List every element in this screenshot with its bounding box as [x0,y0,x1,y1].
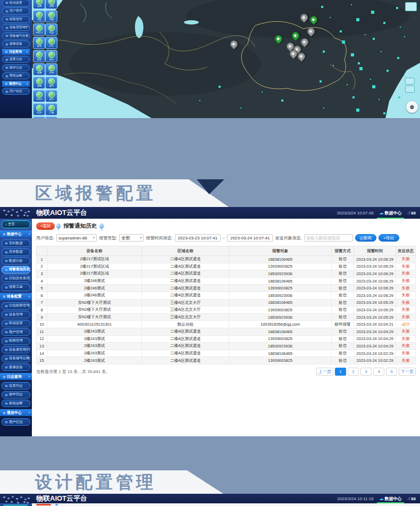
sidebar-item[interactable]: 操作日志 [2,64,30,71]
map-pin-icon[interactable] [306,26,316,37]
cell-alarm-time: 2023-03-24 10:06:29 [354,277,396,285]
column-header: 发送状态 [396,246,415,256]
map-pin-icon[interactable] [273,34,284,44]
map-pin-icon[interactable] [290,30,301,41]
sensor-tile[interactable]: 水浸 [45,63,57,76]
user-filter-select[interactable]: superadmin-88 [56,234,97,242]
sensor-tile[interactable]: 氧气 [45,90,57,102]
sensor-tile[interactable]: 湿度 [45,0,57,9]
sidebar-item[interactable]: 用户信息 [2,88,30,95]
separator-band-2 [0,436,420,470]
sidebar-item[interactable]: 摄像设备 [2,40,30,47]
sidebar-item[interactable]: 报警通知历史 [2,266,30,273]
sensor-tile[interactable]: 红外 [33,103,45,115]
sidebar-item[interactable]: 设置日志 [2,56,30,63]
sensor-tile[interactable]: CO2 [45,37,57,49]
sensor-icon [36,12,43,18]
record-count-text: 当前显示第 1 至 15 条，共 35,891 条。 [36,369,110,375]
sensor-tile[interactable]: 风向 [45,50,57,62]
sidebar-item[interactable]: 设备编号台账 [2,355,30,362]
sensor-tile[interactable]: 气压 [45,23,57,36]
sidebar-item[interactable]: 用户信息 [2,418,30,426]
sidebar-item[interactable]: 离线诊断 [2,400,30,407]
map-zoom-in-control[interactable] [405,78,415,85]
sidebar-item[interactable]: 控制历史查询 [2,275,30,282]
time-from-input[interactable]: 2023-03-23 10:07:41 [175,234,221,242]
sidebar-item[interactable]: 设备编号台账 [2,32,30,39]
sensor-tile[interactable]: 甲醛 [45,10,57,22]
sidebar-item[interactable]: 数据分析 [2,257,30,264]
sidebar-item[interactable]: 联动设置 [2,0,30,6]
back-button[interactable]: «返回 [36,222,55,230]
sidebar-item[interactable]: 历史数据 [2,248,30,256]
sidebar-item[interactable]: 设备配置 [0,293,32,300]
sidebar-item[interactable]: 通用中心 [2,81,30,87]
time-to-input[interactable]: 2023-03-24 10:07:41 [227,234,273,242]
sidebar-item[interactable]: 用户管理 [2,328,30,336]
map-mode-button[interactable] [406,101,418,113]
sensor-tile[interactable]: 噪音 [33,37,45,49]
sidebar-item[interactable]: 数据中心 [0,230,32,237]
sensor-tile[interactable]: PM10 [33,90,45,102]
sidebar-item[interactable]: 通用中心 [0,409,32,416]
sidebar-item[interactable]: 报警工单 [2,284,30,291]
search-button[interactable]: Q查询 [355,234,376,242]
sensor-tile[interactable]: 光照 [33,10,45,22]
map-zoom-out-control[interactable] [405,86,415,93]
map-layer-control[interactable] [405,2,417,11]
sidebar-item[interactable]: 操作日志 [2,391,30,399]
sidebar-item[interactable]: 用户管理 [2,7,30,14]
page-button[interactable]: 5 [386,368,397,376]
table-row: 13 2楼243测试 二楼A区测试通道 18530923936 短信 2023-… [37,343,416,350]
cell-alarm-target: 13939003825 [229,263,332,270]
sidebar-item[interactable]: 日志查询 [2,49,30,55]
map-pin-icon[interactable] [299,12,309,23]
sidebar-item[interactable]: 日志查询 [0,373,32,380]
sensor-tile[interactable]: 烟感 [33,77,45,89]
sidebar-item[interactable]: 权限管理 [2,337,30,345]
sidebar-item[interactable]: 设备管理 [2,311,30,318]
nav-data-center[interactable]: 数据中心 [379,494,402,503]
export-button[interactable]: +导出 [379,234,399,242]
sidebar-item[interactable]: 权限管理 [2,16,30,23]
sensor-tile[interactable]: 门磁 [45,103,57,115]
map-canvas[interactable]: 温度 湿度 光照 甲醛 [32,0,420,118]
page-title-row: «返回 报警通知历史 [36,222,416,230]
cell-alarm-time: 2023-03-24 10:06:29 [354,285,396,292]
sidebar-item[interactable]: 设备原型维护 [2,24,30,31]
sidebar-item[interactable]: 摄像设备 [2,363,30,371]
page-button[interactable]: 3 [360,368,372,376]
cell-alarm-target: 13939003825 [229,357,332,364]
sensor-tile[interactable]: PM2.5 [33,23,45,36]
sidebar-item[interactable]: 实时数据 [2,239,30,247]
page-button[interactable]: 1 [335,368,346,376]
sidebar-item[interactable]: 分组权限管理 [2,302,30,310]
sidebar-item[interactable]: 联动设置 [2,320,30,327]
sidebar-item[interactable]: 设置日志 [2,382,30,389]
map-pin-icon[interactable] [299,37,310,47]
target-filter-input[interactable] [304,234,353,242]
page-button[interactable]: 4 [373,368,384,376]
sensor-tile[interactable]: 温度 [33,0,45,9]
nav-user-badge[interactable]: 88 [407,211,416,215]
map-pin-icon[interactable] [308,14,319,25]
cell-device-name: 2楼243测试 [47,343,141,350]
nav-user-badge[interactable]: 88 [407,496,416,501]
sidebar-item[interactable]: 主页 [2,220,30,228]
page-button[interactable]: 上一页 [316,368,333,376]
menu-doc-icon [3,375,6,378]
sidebar-item[interactable]: 离线诊断 [2,72,30,79]
sensor-tile[interactable]: 风速 [33,50,45,62]
nav-data-center[interactable]: 数据中心 [379,207,402,219]
sidebar-item[interactable]: 设备原型维护 [2,346,30,353]
cell-alarm-time: 2023-03-24 10:04:29 [354,335,396,343]
sensor-tile[interactable]: 雨量 [33,63,45,76]
table-row: 6 2楼246测试 二楼A区测试通道 18530923936 短信 2023-0… [37,292,416,299]
table-row: 15 2楼243测试 二楼A区测试通道 13939003825 短信 2023-… [37,357,416,364]
alarm-type-select[interactable]: 全部 [119,234,144,242]
page-button[interactable]: 2 [348,368,359,376]
sensor-tile[interactable]: 燃气 [45,77,57,89]
page-button[interactable]: 下一页 [399,368,416,376]
map-pin-icon[interactable] [229,39,239,49]
sensor-icon [48,38,55,45]
